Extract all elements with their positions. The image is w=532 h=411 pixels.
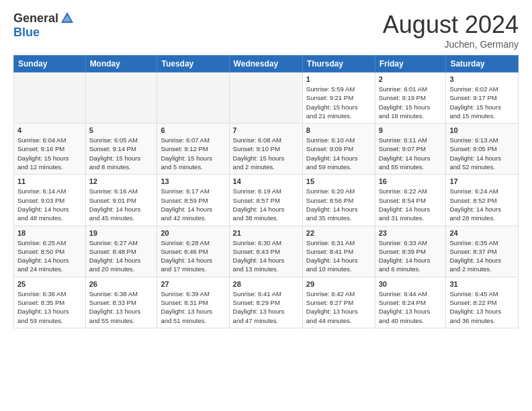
day-cell: 30Sunrise: 6:44 AM Sunset: 8:24 PM Dayli… (375, 277, 446, 328)
day-number: 27 (161, 280, 225, 288)
day-cell: 26Sunrise: 6:38 AM Sunset: 8:33 PM Dayli… (85, 277, 157, 328)
day-cell: 28Sunrise: 6:41 AM Sunset: 8:29 PM Dayli… (229, 277, 302, 328)
day-cell: 16Sunrise: 6:22 AM Sunset: 8:54 PM Dayli… (375, 175, 446, 226)
day-number: 15 (306, 177, 371, 185)
logo-icon (60, 11, 75, 26)
title-month: August 2024 (383, 11, 519, 39)
day-info: Sunrise: 6:44 AM Sunset: 8:24 PM Dayligh… (379, 289, 443, 325)
day-number: 2 (379, 75, 443, 83)
day-info: Sunrise: 6:19 AM Sunset: 8:57 PM Dayligh… (233, 187, 299, 222)
day-info: Sunrise: 6:05 AM Sunset: 9:14 PM Dayligh… (89, 136, 154, 171)
header: General Blue August 2024 Juchen, Germany (13, 11, 519, 50)
day-cell: 15Sunrise: 6:20 AM Sunset: 8:56 PM Dayli… (302, 175, 375, 226)
day-info: Sunrise: 6:07 AM Sunset: 9:12 PM Dayligh… (161, 136, 225, 171)
day-info: Sunrise: 6:38 AM Sunset: 8:33 PM Dayligh… (89, 289, 154, 325)
day-cell: 24Sunrise: 6:35 AM Sunset: 8:37 PM Dayli… (446, 226, 519, 277)
day-info: Sunrise: 6:42 AM Sunset: 8:27 PM Dayligh… (306, 289, 371, 325)
day-cell (157, 73, 229, 124)
day-cell: 13Sunrise: 6:17 AM Sunset: 8:59 PM Dayli… (157, 175, 229, 226)
day-info: Sunrise: 6:04 AM Sunset: 9:16 PM Dayligh… (17, 136, 82, 171)
day-info: Sunrise: 6:35 AM Sunset: 8:37 PM Dayligh… (449, 238, 515, 274)
day-info: Sunrise: 6:25 AM Sunset: 8:50 PM Dayligh… (17, 238, 82, 274)
day-cell: 29Sunrise: 6:42 AM Sunset: 8:27 PM Dayli… (302, 277, 375, 328)
day-info: Sunrise: 6:17 AM Sunset: 8:59 PM Dayligh… (161, 187, 225, 222)
day-number: 29 (306, 280, 371, 288)
day-info: Sunrise: 6:27 AM Sunset: 8:48 PM Dayligh… (89, 238, 154, 274)
day-info: Sunrise: 6:08 AM Sunset: 9:10 PM Dayligh… (233, 136, 299, 171)
day-cell: 1Sunrise: 5:59 AM Sunset: 9:21 PM Daylig… (302, 73, 375, 124)
day-number: 6 (161, 126, 225, 134)
day-number: 7 (233, 126, 299, 134)
day-cell (85, 73, 157, 124)
week-row-2: 4Sunrise: 6:04 AM Sunset: 9:16 PM Daylig… (14, 124, 519, 175)
weekday-tuesday: Tuesday (157, 56, 229, 73)
day-number: 4 (17, 126, 82, 134)
day-cell: 7Sunrise: 6:08 AM Sunset: 9:10 PM Daylig… (229, 124, 302, 175)
day-number: 31 (449, 280, 515, 288)
day-number: 30 (379, 280, 443, 288)
day-cell: 19Sunrise: 6:27 AM Sunset: 8:48 PM Dayli… (85, 226, 157, 277)
day-info: Sunrise: 6:01 AM Sunset: 9:19 PM Dayligh… (379, 85, 443, 120)
day-cell: 17Sunrise: 6:24 AM Sunset: 8:52 PM Dayli… (446, 175, 519, 226)
day-info: Sunrise: 6:31 AM Sunset: 8:41 PM Dayligh… (306, 238, 371, 274)
day-cell: 21Sunrise: 6:30 AM Sunset: 8:43 PM Dayli… (229, 226, 302, 277)
day-info: Sunrise: 6:11 AM Sunset: 9:07 PM Dayligh… (379, 136, 443, 171)
week-row-4: 18Sunrise: 6:25 AM Sunset: 8:50 PM Dayli… (14, 226, 519, 277)
day-info: Sunrise: 6:39 AM Sunset: 8:31 PM Dayligh… (161, 289, 225, 325)
day-info: Sunrise: 6:30 AM Sunset: 8:43 PM Dayligh… (233, 238, 299, 274)
page: General Blue August 2024 Juchen, Germany… (0, 0, 532, 339)
day-number: 12 (89, 177, 154, 185)
day-cell: 14Sunrise: 6:19 AM Sunset: 8:57 PM Dayli… (229, 175, 302, 226)
day-cell: 18Sunrise: 6:25 AM Sunset: 8:50 PM Dayli… (14, 226, 86, 277)
day-number: 22 (306, 229, 371, 237)
day-info: Sunrise: 6:33 AM Sunset: 8:39 PM Dayligh… (379, 238, 443, 274)
logo: General Blue (13, 11, 75, 40)
day-cell: 12Sunrise: 6:16 AM Sunset: 9:01 PM Dayli… (85, 175, 157, 226)
day-number: 24 (449, 229, 515, 237)
weekday-monday: Monday (85, 56, 157, 73)
day-number: 18 (17, 229, 82, 237)
day-info: Sunrise: 6:10 AM Sunset: 9:09 PM Dayligh… (306, 136, 371, 171)
day-cell (229, 73, 302, 124)
day-number: 13 (161, 177, 225, 185)
day-cell: 27Sunrise: 6:39 AM Sunset: 8:31 PM Dayli… (157, 277, 229, 328)
day-number: 28 (233, 280, 299, 288)
day-cell: 2Sunrise: 6:01 AM Sunset: 9:19 PM Daylig… (375, 73, 446, 124)
weekday-saturday: Saturday (446, 56, 519, 73)
day-number: 10 (449, 126, 515, 134)
weekday-sunday: Sunday (14, 56, 86, 73)
title-block: August 2024 Juchen, Germany (383, 11, 519, 50)
day-cell: 10Sunrise: 6:13 AM Sunset: 9:05 PM Dayli… (446, 124, 519, 175)
day-info: Sunrise: 6:22 AM Sunset: 8:54 PM Dayligh… (379, 187, 443, 222)
day-cell: 11Sunrise: 6:14 AM Sunset: 9:03 PM Dayli… (14, 175, 86, 226)
day-cell: 31Sunrise: 6:45 AM Sunset: 8:22 PM Dayli… (446, 277, 519, 328)
day-number: 26 (89, 280, 154, 288)
weekday-wednesday: Wednesday (229, 56, 302, 73)
day-number: 9 (379, 126, 443, 134)
day-info: Sunrise: 5:59 AM Sunset: 9:21 PM Dayligh… (306, 85, 371, 120)
day-cell: 5Sunrise: 6:05 AM Sunset: 9:14 PM Daylig… (85, 124, 157, 175)
weekday-header-row: SundayMondayTuesdayWednesdayThursdayFrid… (14, 56, 519, 73)
day-info: Sunrise: 6:36 AM Sunset: 8:35 PM Dayligh… (17, 289, 82, 325)
day-cell: 8Sunrise: 6:10 AM Sunset: 9:09 PM Daylig… (302, 124, 375, 175)
day-number: 19 (89, 229, 154, 237)
day-info: Sunrise: 6:45 AM Sunset: 8:22 PM Dayligh… (449, 289, 515, 325)
day-cell: 23Sunrise: 6:33 AM Sunset: 8:39 PM Dayli… (375, 226, 446, 277)
day-cell: 6Sunrise: 6:07 AM Sunset: 9:12 PM Daylig… (157, 124, 229, 175)
day-cell: 3Sunrise: 6:02 AM Sunset: 9:17 PM Daylig… (446, 73, 519, 124)
day-cell: 22Sunrise: 6:31 AM Sunset: 8:41 PM Dayli… (302, 226, 375, 277)
weekday-friday: Friday (375, 56, 446, 73)
day-number: 25 (17, 280, 82, 288)
day-number: 23 (379, 229, 443, 237)
day-cell (14, 73, 86, 124)
logo-blue-text: Blue (13, 26, 40, 40)
day-cell: 20Sunrise: 6:28 AM Sunset: 8:46 PM Dayli… (157, 226, 229, 277)
day-number: 1 (306, 75, 371, 83)
day-info: Sunrise: 6:28 AM Sunset: 8:46 PM Dayligh… (161, 238, 225, 274)
day-number: 17 (449, 177, 515, 185)
day-cell: 25Sunrise: 6:36 AM Sunset: 8:35 PM Dayli… (14, 277, 86, 328)
title-location: Juchen, Germany (383, 39, 519, 50)
logo-general-text: General (13, 11, 58, 26)
day-number: 14 (233, 177, 299, 185)
day-number: 8 (306, 126, 371, 134)
